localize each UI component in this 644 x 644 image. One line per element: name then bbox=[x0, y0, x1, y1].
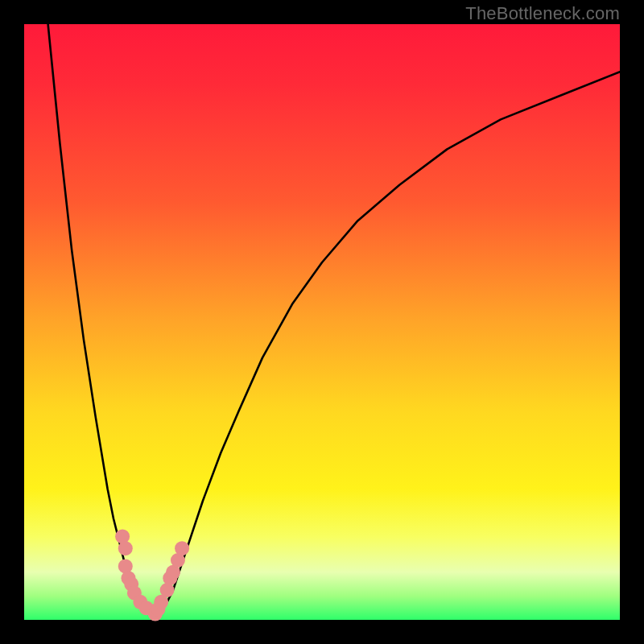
marker-point bbox=[118, 541, 133, 555]
chart-frame: TheBottleneck.com bbox=[0, 0, 644, 644]
curve-right-branch bbox=[155, 72, 620, 617]
chart-svg bbox=[24, 24, 620, 620]
curve-left-branch bbox=[48, 24, 155, 617]
marker-point bbox=[175, 541, 189, 555]
plot-area bbox=[24, 24, 620, 620]
watermark-text: TheBottleneck.com bbox=[465, 3, 620, 24]
